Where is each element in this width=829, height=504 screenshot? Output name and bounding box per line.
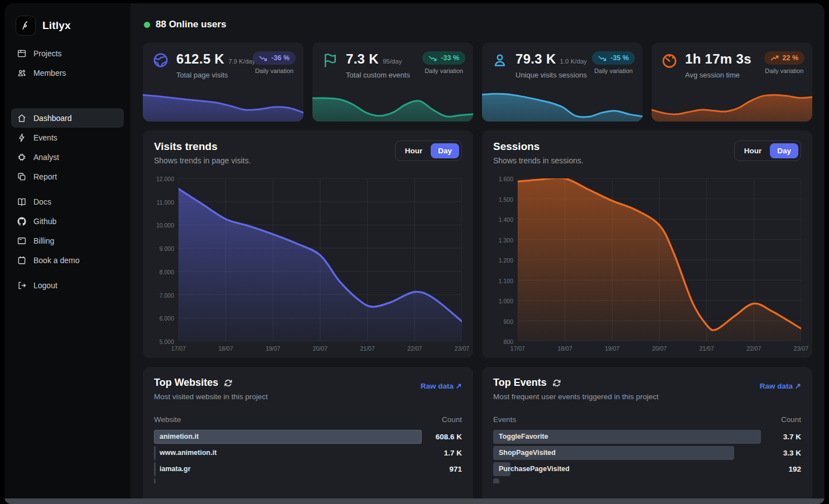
y-axis-labels: 12.00011.00010.0009.0008.0007.0006.0005.… [154, 178, 179, 341]
y-tick-label: 800 [503, 338, 513, 345]
badge-caption: Daily variation [592, 67, 635, 74]
row-label: iamata.gr [154, 465, 191, 473]
brand-name: Litlyx [42, 20, 71, 32]
stat-card-body: 7.3 K95/dayTotal custom events [346, 51, 422, 79]
sidebar-item-logout[interactable]: Logout [11, 275, 124, 295]
raw-data-link[interactable]: Raw data ↗ [421, 381, 462, 390]
x-tick-label: 17/07 [171, 345, 186, 352]
stat-card-3: 1h 17m 3sAvg session time22 %Daily varia… [652, 42, 812, 122]
sidebar-item-label: Events [33, 133, 57, 142]
stat-card-2: 79.3 K1.0 K/dayUnique visits sessions-35… [482, 42, 643, 122]
y-tick-label: 1.100 [499, 278, 513, 284]
table-row[interactable]: ShopPageVisited3.3 K [493, 446, 801, 460]
x-tick-label: 19/07 [605, 345, 619, 352]
x-tick-label: 21/07 [360, 345, 375, 352]
refresh-icon[interactable] [224, 379, 233, 387]
x-tick-label: 21/07 [700, 345, 714, 352]
sidebar-item-book-a-demo[interactable]: Book a demo [11, 250, 124, 270]
timer-icon [661, 51, 678, 69]
stat-card-0: 612.5 K7.9 K/dayTotal page visits-36 %Da… [143, 42, 303, 122]
table-title: Top Events [493, 377, 547, 389]
sidebar-item-events[interactable]: Events [11, 128, 124, 147]
sidebar-item-label: Members [33, 69, 66, 77]
refresh-icon[interactable] [552, 379, 561, 387]
members-icon [17, 68, 27, 78]
sidebar-group: ProjectsMembers [11, 43, 124, 83]
x-tick-label: 23/07 [794, 345, 808, 352]
home-icon [17, 113, 27, 123]
x-tick-label: 20/07 [652, 345, 667, 352]
table-rows: ToggleFavorite3.7 KShopPageVisited3.3 KP… [493, 430, 801, 483]
y-tick-label: 9.000 [160, 245, 174, 252]
trend-down-icon [598, 55, 606, 62]
user-icon [491, 51, 509, 69]
sidebar-item-dashboard[interactable]: Dashboard [11, 108, 124, 128]
stat-value: 79.3 K [515, 51, 556, 67]
sidebar-item-docs[interactable]: Docs [11, 192, 124, 211]
sidebar-item-report[interactable]: Report [11, 167, 124, 186]
sidebar-item-github[interactable]: Github [11, 211, 124, 231]
y-tick-label: 10.000 [156, 222, 174, 229]
sidebar-item-members[interactable]: Members [11, 63, 124, 83]
table-row[interactable]: www.animetion.it1.7 K [154, 446, 462, 460]
daily-variation-badge: -33 % [422, 51, 465, 65]
brand: Litlyx [11, 13, 124, 38]
toggle-option-day[interactable]: Day [431, 143, 459, 158]
row-bar [493, 478, 499, 483]
sidebar-item-label: Docs [33, 197, 51, 206]
sidebar-nav: ProjectsMembersDashboardEventsAnalystRep… [11, 43, 124, 295]
stat-card-top: 612.5 K7.9 K/dayTotal page visits-36 %Da… [143, 42, 303, 79]
sidebar-item-billing[interactable]: Billing [11, 231, 124, 250]
x-tick-label: 22/07 [407, 345, 422, 352]
table-row[interactable]: animetion.it608.6 K [154, 430, 462, 444]
sidebar-group: Logout [11, 275, 124, 295]
table-subtitle: Most visited website in this project [154, 392, 268, 401]
daily-variation-badge: -35 % [592, 51, 635, 65]
chip-icon [17, 152, 27, 162]
y-tick-label: 1.200 [499, 257, 513, 264]
row-bar-track: ShopPageVisited [493, 446, 761, 460]
sparkline-chart [143, 87, 303, 122]
main-content: 88 Online users 612.5 K7.9 K/dayTotal pa… [131, 3, 825, 504]
online-users-row: 88 Online users [144, 19, 812, 30]
sidebar-item-label: Github [33, 217, 56, 226]
stat-value: 7.3 K [346, 51, 379, 67]
y-tick-label: 7.000 [160, 292, 174, 299]
y-tick-label: 6.000 [160, 315, 174, 322]
interval-toggle: HourDay [395, 140, 462, 161]
row-label: www.animetion.it [154, 449, 216, 457]
toggle-option-hour[interactable]: Hour [398, 143, 430, 158]
chart-plot-area: 1.6001.5001.4001.3001.2001.1001.00090080… [493, 178, 801, 341]
sidebar-item-analyst[interactable]: Analyst [11, 147, 124, 167]
github-icon [17, 216, 27, 226]
sidebar-item-label: Billing [33, 236, 54, 245]
sidebar: Litlyx ProjectsMembersDashboardEventsAna… [4, 3, 131, 504]
raw-data-link[interactable]: Raw data ↗ [760, 381, 801, 390]
stat-rate: 95/day [383, 58, 402, 65]
toggle-option-day[interactable]: Day [770, 143, 798, 158]
charts-row: Visits trendsShows trends in page visits… [143, 130, 812, 358]
stat-badge-block: 22 %Daily variation [764, 51, 805, 79]
stat-value-row: 79.3 K1.0 K/day [515, 51, 592, 67]
table-row[interactable]: ToggleFavorite3.7 K [493, 430, 801, 444]
row-label: animetion.it [154, 433, 199, 440]
column-header-name: Events [493, 415, 516, 424]
row-count: 3.3 K [761, 449, 801, 457]
table-row[interactable]: iamata.gr971 [154, 462, 462, 476]
table-rows: animetion.it608.6 Kwww.animetion.it1.7 K… [154, 430, 462, 483]
toggle-option-hour[interactable]: Hour [737, 143, 769, 158]
badge-caption: Daily variation [422, 67, 465, 74]
chart-panel-header: SessionsShows trends in sessions.HourDay [493, 140, 801, 165]
stat-card-body: 1h 17m 3sAvg session time [685, 51, 764, 79]
stat-card-top: 7.3 K95/dayTotal custom events-33 %Daily… [312, 42, 473, 79]
table-row[interactable]: PurchasePageVisited192 [493, 462, 801, 476]
sidebar-item-projects[interactable]: Projects [11, 43, 124, 63]
horizontal-scrollbar[interactable] [4, 498, 825, 504]
row-bar-track: animetion.it [154, 430, 422, 444]
chart-canvas [518, 178, 801, 341]
stat-label: Avg session time [685, 71, 764, 79]
stat-badge-block: -35 %Daily variation [592, 51, 635, 79]
x-tick-label: 20/07 [313, 345, 327, 352]
y-axis-labels: 1.6001.5001.4001.3001.2001.1001.00090080… [493, 178, 518, 341]
row-label: ToggleFavorite [493, 433, 548, 440]
